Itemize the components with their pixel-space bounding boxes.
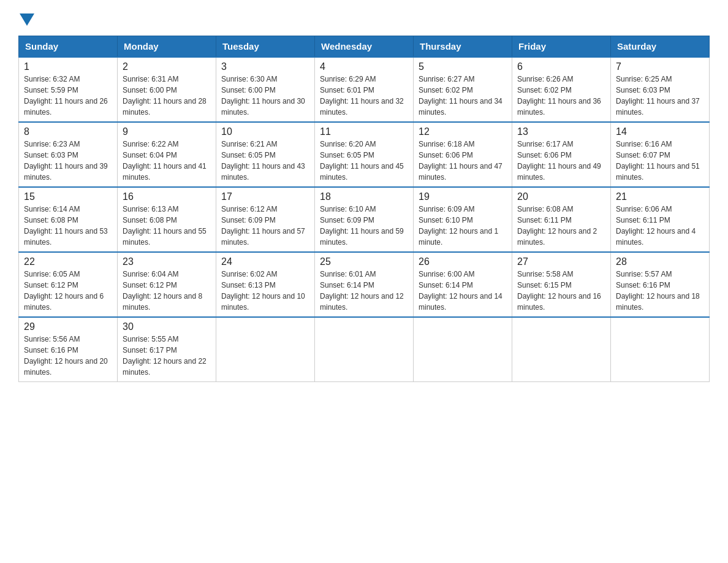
calendar-cell: 20Sunrise: 6:08 AMSunset: 6:11 PMDayligh… [512, 187, 611, 252]
day-number: 26 [419, 256, 507, 267]
day-info: Sunrise: 6:10 AMSunset: 6:09 PMDaylight:… [320, 204, 408, 248]
weekday-header-sunday: Sunday [19, 36, 118, 58]
day-info: Sunrise: 6:20 AMSunset: 6:05 PMDaylight:… [320, 139, 408, 183]
day-number: 30 [123, 321, 211, 332]
day-info: Sunrise: 6:13 AMSunset: 6:08 PMDaylight:… [123, 204, 211, 248]
calendar-cell: 5Sunrise: 6:27 AMSunset: 6:02 PMDaylight… [414, 57, 512, 122]
day-number: 28 [616, 256, 704, 267]
day-number: 21 [616, 191, 704, 202]
calendar-cell [414, 317, 512, 382]
day-number: 23 [123, 256, 211, 267]
calendar-cell: 9Sunrise: 6:22 AMSunset: 6:04 PMDaylight… [118, 122, 216, 187]
calendar-cell: 11Sunrise: 6:20 AMSunset: 6:05 PMDayligh… [315, 122, 414, 187]
day-number: 22 [24, 256, 112, 267]
logo [18, 12, 34, 26]
day-info: Sunrise: 6:26 AMSunset: 6:02 PMDaylight:… [517, 74, 605, 118]
day-info: Sunrise: 6:25 AMSunset: 6:03 PMDaylight:… [616, 74, 704, 118]
day-number: 17 [221, 191, 309, 202]
day-info: Sunrise: 6:09 AMSunset: 6:10 PMDaylight:… [419, 204, 507, 248]
day-number: 25 [320, 256, 408, 267]
calendar-cell: 17Sunrise: 6:12 AMSunset: 6:09 PMDayligh… [216, 187, 315, 252]
day-number: 9 [123, 126, 211, 137]
weekday-header-wednesday: Wednesday [315, 36, 414, 58]
day-number: 1 [24, 61, 112, 72]
day-info: Sunrise: 6:06 AMSunset: 6:11 PMDaylight:… [616, 204, 704, 248]
calendar-cell: 15Sunrise: 6:14 AMSunset: 6:08 PMDayligh… [19, 187, 118, 252]
day-number: 8 [24, 126, 112, 137]
weekday-header-thursday: Thursday [414, 36, 512, 58]
calendar-week-row: 15Sunrise: 6:14 AMSunset: 6:08 PMDayligh… [19, 187, 710, 252]
calendar-cell: 25Sunrise: 6:01 AMSunset: 6:14 PMDayligh… [315, 252, 414, 317]
day-number: 20 [517, 191, 605, 202]
day-info: Sunrise: 6:32 AMSunset: 5:59 PMDaylight:… [24, 74, 112, 118]
day-number: 14 [616, 126, 704, 137]
day-number: 5 [419, 61, 507, 72]
day-number: 10 [221, 126, 309, 137]
weekday-header-monday: Monday [118, 36, 216, 58]
weekday-header-saturday: Saturday [611, 36, 710, 58]
day-info: Sunrise: 5:57 AMSunset: 6:16 PMDaylight:… [616, 269, 704, 313]
day-number: 11 [320, 126, 408, 137]
day-info: Sunrise: 5:55 AMSunset: 6:17 PMDaylight:… [123, 334, 211, 378]
calendar-cell: 26Sunrise: 6:00 AMSunset: 6:14 PMDayligh… [414, 252, 512, 317]
day-info: Sunrise: 6:08 AMSunset: 6:11 PMDaylight:… [517, 204, 605, 248]
day-info: Sunrise: 6:27 AMSunset: 6:02 PMDaylight:… [419, 74, 507, 118]
day-number: 19 [419, 191, 507, 202]
calendar-cell: 4Sunrise: 6:29 AMSunset: 6:01 PMDaylight… [315, 57, 414, 122]
day-info: Sunrise: 6:23 AMSunset: 6:03 PMDaylight:… [24, 139, 112, 183]
day-number: 4 [320, 61, 408, 72]
calendar-cell: 14Sunrise: 6:16 AMSunset: 6:07 PMDayligh… [611, 122, 710, 187]
day-number: 16 [123, 191, 211, 202]
calendar-cell: 12Sunrise: 6:18 AMSunset: 6:06 PMDayligh… [414, 122, 512, 187]
page-header [18, 12, 710, 26]
day-number: 29 [24, 321, 112, 332]
calendar-cell: 10Sunrise: 6:21 AMSunset: 6:05 PMDayligh… [216, 122, 315, 187]
calendar-cell: 7Sunrise: 6:25 AMSunset: 6:03 PMDaylight… [611, 57, 710, 122]
calendar-cell: 8Sunrise: 6:23 AMSunset: 6:03 PMDaylight… [19, 122, 118, 187]
day-number: 6 [517, 61, 605, 72]
day-number: 24 [221, 256, 309, 267]
day-number: 27 [517, 256, 605, 267]
calendar-cell: 1Sunrise: 6:32 AMSunset: 5:59 PMDaylight… [19, 57, 118, 122]
day-info: Sunrise: 6:21 AMSunset: 6:05 PMDaylight:… [221, 139, 309, 183]
calendar-cell: 19Sunrise: 6:09 AMSunset: 6:10 PMDayligh… [414, 187, 512, 252]
day-info: Sunrise: 6:00 AMSunset: 6:14 PMDaylight:… [419, 269, 507, 313]
calendar-cell: 6Sunrise: 6:26 AMSunset: 6:02 PMDaylight… [512, 57, 611, 122]
calendar-cell [611, 317, 710, 382]
day-number: 12 [419, 126, 507, 137]
calendar-cell: 18Sunrise: 6:10 AMSunset: 6:09 PMDayligh… [315, 187, 414, 252]
calendar-cell [315, 317, 414, 382]
calendar-cell: 23Sunrise: 6:04 AMSunset: 6:12 PMDayligh… [118, 252, 216, 317]
calendar-cell: 30Sunrise: 5:55 AMSunset: 6:17 PMDayligh… [118, 317, 216, 382]
day-info: Sunrise: 5:56 AMSunset: 6:16 PMDaylight:… [24, 334, 112, 378]
day-number: 13 [517, 126, 605, 137]
logo-triangle-icon [20, 13, 34, 26]
calendar-cell: 22Sunrise: 6:05 AMSunset: 6:12 PMDayligh… [19, 252, 118, 317]
day-info: Sunrise: 6:04 AMSunset: 6:12 PMDaylight:… [123, 269, 211, 313]
calendar-cell: 2Sunrise: 6:31 AMSunset: 6:00 PMDaylight… [118, 57, 216, 122]
calendar-cell: 16Sunrise: 6:13 AMSunset: 6:08 PMDayligh… [118, 187, 216, 252]
day-number: 3 [221, 61, 309, 72]
day-info: Sunrise: 6:30 AMSunset: 6:00 PMDaylight:… [221, 74, 309, 118]
calendar-cell: 13Sunrise: 6:17 AMSunset: 6:06 PMDayligh… [512, 122, 611, 187]
calendar-cell: 27Sunrise: 5:58 AMSunset: 6:15 PMDayligh… [512, 252, 611, 317]
day-info: Sunrise: 6:14 AMSunset: 6:08 PMDaylight:… [24, 204, 112, 248]
day-info: Sunrise: 6:29 AMSunset: 6:01 PMDaylight:… [320, 74, 408, 118]
calendar-table: SundayMondayTuesdayWednesdayThursdayFrid… [18, 36, 710, 382]
calendar-cell: 3Sunrise: 6:30 AMSunset: 6:00 PMDaylight… [216, 57, 315, 122]
calendar-week-row: 8Sunrise: 6:23 AMSunset: 6:03 PMDaylight… [19, 122, 710, 187]
day-info: Sunrise: 6:31 AMSunset: 6:00 PMDaylight:… [123, 74, 211, 118]
day-info: Sunrise: 6:22 AMSunset: 6:04 PMDaylight:… [123, 139, 211, 183]
calendar-week-row: 29Sunrise: 5:56 AMSunset: 6:16 PMDayligh… [19, 317, 710, 382]
calendar-cell [512, 317, 611, 382]
calendar-cell: 29Sunrise: 5:56 AMSunset: 6:16 PMDayligh… [19, 317, 118, 382]
day-info: Sunrise: 6:18 AMSunset: 6:06 PMDaylight:… [419, 139, 507, 183]
day-info: Sunrise: 6:16 AMSunset: 6:07 PMDaylight:… [616, 139, 704, 183]
day-info: Sunrise: 6:01 AMSunset: 6:14 PMDaylight:… [320, 269, 408, 313]
calendar-cell: 28Sunrise: 5:57 AMSunset: 6:16 PMDayligh… [611, 252, 710, 317]
calendar-cell [216, 317, 315, 382]
day-number: 18 [320, 191, 408, 202]
day-info: Sunrise: 6:02 AMSunset: 6:13 PMDaylight:… [221, 269, 309, 313]
weekday-header-friday: Friday [512, 36, 611, 58]
calendar-cell: 24Sunrise: 6:02 AMSunset: 6:13 PMDayligh… [216, 252, 315, 317]
